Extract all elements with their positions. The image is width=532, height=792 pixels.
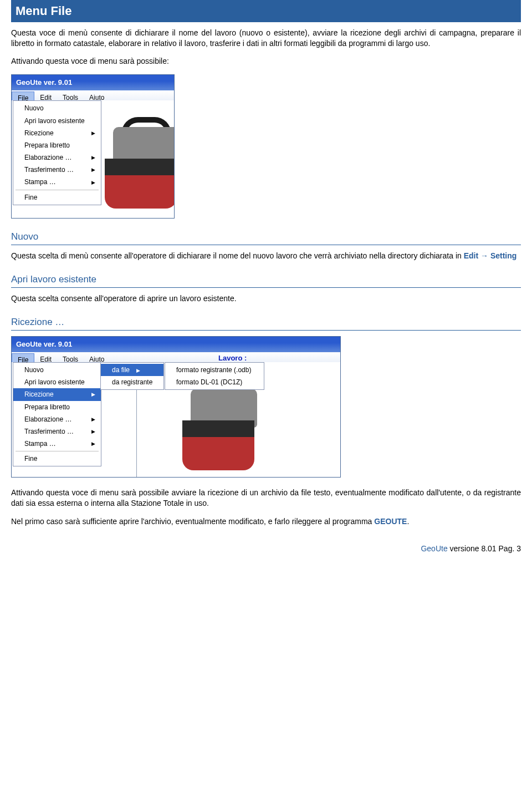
menu-item-ricezione[interactable]: Ricezione▶: [13, 388, 101, 400]
page-footer: GeoUte versione 8.01 Pag. 3: [11, 544, 521, 554]
submenu-arrow-icon: ▶: [91, 166, 95, 173]
file-dropdown: Nuovo Apri lavoro esistente Ricezione▶ P…: [13, 362, 101, 467]
submenu-item-da-registrante[interactable]: da registrante: [101, 376, 163, 388]
geoute-link: GEOUTE: [374, 517, 407, 526]
section-heading-ricezione: Ricezione …: [11, 316, 521, 331]
submenu-arrow-icon: ▶: [91, 440, 95, 447]
ricezione-paragraph-1: Attivando questa voce di menu sarà possi…: [11, 488, 521, 509]
submenu-item-odb[interactable]: formato registrante (.odb): [165, 364, 264, 376]
menu-item-nuovo[interactable]: Nuovo: [13, 102, 101, 114]
section-nuovo-text: Questa scelta di menù consente all'opera…: [11, 251, 521, 261]
submenu-arrow-icon: ▶: [136, 368, 140, 373]
instrument-image: [91, 117, 175, 219]
menu-item-trasferimento-label: Trasferimento …: [24, 427, 74, 436]
ricezione-p2-pre: Nel primo caso sarà sufficiente aprire l…: [11, 517, 374, 526]
menu-item-stampa[interactable]: Stampa …▶: [13, 438, 101, 450]
submenu-arrow-icon: ▶: [91, 179, 95, 186]
menu-item-stampa[interactable]: Stampa …▶: [13, 176, 101, 188]
submenu-item-dl01[interactable]: formato DL-01 (DC1Z): [165, 376, 264, 388]
menu-item-fine[interactable]: Fine: [13, 191, 101, 204]
section-heading-nuovo: Nuovo: [11, 231, 521, 245]
footer-rest: versione 8.01 Pag. 3: [448, 544, 521, 553]
instrument-image: [168, 379, 257, 478]
menu-item-trasferimento[interactable]: Trasferimento …▶: [13, 425, 101, 438]
submenu-arrow-icon: ▶: [91, 428, 95, 435]
screenshot-ricezione-submenu: GeoUte ver. 9.01 File Edit Tools Aiuto L…: [11, 336, 341, 478]
menu-item-elaborazione[interactable]: Elaborazione …▶: [13, 151, 101, 164]
menu-item-elaborazione[interactable]: Elaborazione …▶: [13, 413, 101, 425]
submenu-arrow-icon: ▶: [91, 154, 95, 161]
intro-paragraph-1: Questa voce di menù consente di dichiara…: [11, 28, 521, 49]
menu-item-fine[interactable]: Fine: [13, 453, 101, 465]
divider-line: [136, 376, 137, 478]
file-dropdown: Nuovo Apri lavoro esistente Ricezione▶ P…: [13, 100, 101, 205]
submenu-item-da-file-label: da file: [112, 366, 130, 374]
submenu-da-file: formato registrante (.odb) formato DL-01…: [165, 362, 264, 390]
menu-item-apri[interactable]: Apri lavoro esistente: [13, 115, 101, 127]
menu-item-stampa-label: Stampa …: [24, 439, 56, 448]
submenu-arrow-icon: ▶: [91, 416, 95, 423]
menu-item-ricezione-label: Ricezione: [24, 390, 54, 399]
page-banner: Menu File: [11, 0, 521, 22]
window-titlebar: GeoUte ver. 9.01: [12, 337, 340, 352]
submenu-item-da-file[interactable]: da file▶: [101, 364, 163, 376]
menu-item-elaborazione-label: Elaborazione …: [24, 415, 71, 424]
menu-item-prepara[interactable]: Prepara libretto: [13, 139, 101, 151]
menu-item-stampa-label: Stampa …: [24, 177, 56, 186]
menu-item-apri[interactable]: Apri lavoro esistente: [13, 376, 101, 388]
submenu-ricezione: da file▶ da registrante: [100, 362, 164, 390]
edit-setting-link: Edit → Setting: [464, 251, 517, 260]
nuovo-text-pre: Questa scelta di menù consente all'opera…: [11, 251, 464, 260]
menu-item-trasferimento-label: Trasferimento …: [24, 165, 74, 174]
menu-separator: [16, 190, 99, 190]
footer-product: GeoUte: [421, 544, 447, 553]
menu-item-prepara[interactable]: Prepara libretto: [13, 401, 101, 413]
section-apri-text: Questa scelta consente all'operatore di …: [11, 293, 521, 304]
menu-item-ricezione-label: Ricezione: [24, 129, 54, 138]
menu-separator: [16, 451, 99, 451]
ricezione-p2-post: .: [407, 517, 409, 526]
section-heading-apri: Apri lavoro esistente: [11, 273, 521, 288]
window-titlebar: GeoUte ver. 9.01: [12, 75, 174, 90]
submenu-arrow-icon: ▶: [91, 130, 95, 136]
intro-paragraph-2: Attivando questa voce di menu sarà possi…: [11, 56, 521, 67]
menu-item-trasferimento[interactable]: Trasferimento …▶: [13, 164, 101, 176]
submenu-arrow-icon: ▶: [91, 391, 95, 398]
menu-item-ricezione[interactable]: Ricezione▶: [13, 127, 101, 139]
menu-item-nuovo[interactable]: Nuovo: [13, 364, 101, 376]
screenshot-file-menu: GeoUte ver. 9.01 File Edit Tools Aiuto N…: [11, 74, 175, 219]
menu-item-elaborazione-label: Elaborazione …: [24, 153, 71, 162]
ricezione-paragraph-2: Nel primo caso sarà sufficiente aprire l…: [11, 516, 521, 527]
